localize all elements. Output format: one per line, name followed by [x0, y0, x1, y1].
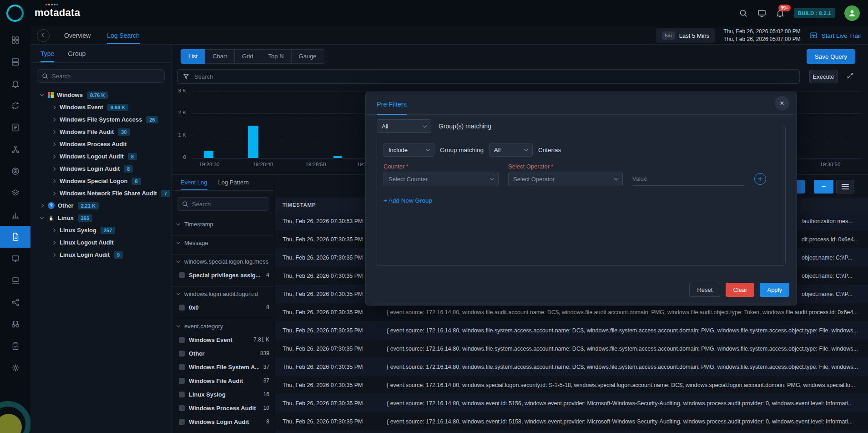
sidebar-search-input[interactable] — [52, 73, 160, 80]
rail-item-log-explorer[interactable] — [0, 226, 30, 248]
chevron-right-icon[interactable] — [52, 253, 56, 256]
rail-item-dashboard[interactable] — [0, 29, 30, 51]
table-row[interactable]: Thu, Feb 26, 2026 07:30:35 PM{ event.sou… — [275, 303, 868, 321]
tree-item-linux-login-audit[interactable]: Linux Login Audit 9 — [30, 249, 171, 261]
checkbox[interactable] — [179, 378, 185, 384]
rail-item-sync[interactable] — [0, 95, 30, 117]
table-row[interactable]: Thu, Feb 26, 2026 07:30:35 PM{ event.sou… — [275, 376, 868, 394]
tree-item-windows[interactable]: Windows 8.76 K — [30, 89, 171, 101]
user-avatar[interactable] — [844, 5, 860, 21]
view-tab-list[interactable]: List — [181, 49, 205, 64]
table-row[interactable]: Thu, Feb 26, 2026 07:30:35 PM{ event.sou… — [275, 413, 868, 431]
checkbox[interactable] — [179, 337, 185, 343]
facet-section-header[interactable]: Message — [177, 236, 269, 250]
rail-item-discovery[interactable] — [0, 313, 30, 335]
checkbox[interactable] — [179, 419, 185, 425]
facet-value-item[interactable]: Linux Syslog16 — [177, 387, 269, 401]
checkbox[interactable] — [179, 364, 185, 370]
rail-item-reports[interactable] — [0, 335, 30, 357]
chevron-right-icon[interactable] — [52, 240, 56, 244]
tree-item-windows-network-file-share-audit[interactable]: Windows Network File Share Audit 7 — [30, 187, 171, 199]
rail-item-target[interactable] — [0, 160, 30, 182]
select-counter-dropdown[interactable]: Select Counter — [384, 172, 499, 186]
view-tab-gauge[interactable]: Gauge — [291, 49, 324, 64]
facet-section-header[interactable]: event.category — [177, 319, 269, 333]
chevron-right-icon[interactable] — [52, 154, 56, 158]
rail-item-topology[interactable] — [0, 138, 30, 160]
facet-value-item[interactable]: Special privileges assig... 4 — [177, 268, 269, 282]
collapse-all-button[interactable] — [814, 180, 833, 194]
tree-item-other[interactable]: Other 2.21 K — [30, 199, 171, 212]
clear-button[interactable]: Clear — [726, 283, 754, 297]
tab-group[interactable]: Group — [68, 45, 86, 62]
save-query-button[interactable]: Save Query — [807, 49, 855, 64]
checkbox[interactable] — [179, 305, 185, 311]
checkbox[interactable] — [179, 272, 185, 278]
chevron-down-icon[interactable] — [40, 92, 44, 96]
facet-value-item[interactable]: 0x0 8 — [177, 301, 269, 314]
chevron-right-icon[interactable] — [52, 228, 56, 232]
sidebar-search[interactable] — [37, 69, 165, 83]
tab-log-pattern[interactable]: Log Pattern — [218, 174, 249, 190]
tree-item-windows-file-system-access[interactable]: Windows File System Access 26 — [30, 113, 171, 126]
column-menu-button[interactable] — [836, 180, 854, 194]
tab-event-log[interactable]: Event Log — [181, 174, 207, 190]
chevron-right-icon[interactable] — [52, 130, 56, 133]
table-row[interactable]: Thu, Feb 26, 2026 07:30:35 PM{ event.sou… — [275, 431, 868, 433]
tab-overview[interactable]: Overview — [64, 26, 91, 44]
chevron-right-icon[interactable] — [52, 191, 56, 195]
tree-item-windows-login-audit[interactable]: Windows Login Audit 8 — [30, 163, 171, 175]
chevron-right-icon[interactable] — [52, 117, 56, 121]
facet-section-header[interactable]: windows.special.logon.log.mess... — [177, 255, 269, 268]
criteria-matching-select[interactable]: All — [489, 143, 533, 157]
histogram-bar[interactable] — [204, 151, 213, 158]
histogram-bar[interactable] — [248, 126, 258, 158]
checkbox[interactable] — [179, 405, 185, 411]
tree-item-windows-event[interactable]: Windows Event 8.68 K — [30, 101, 171, 113]
chevron-down-icon[interactable] — [40, 215, 44, 219]
tab-log-search[interactable]: Log Search — [107, 26, 140, 44]
rail-item-logs[interactable] — [0, 117, 30, 138]
tree-item-windows-file-audit[interactable]: Windows File Audit 30 — [30, 126, 171, 138]
display-icon[interactable] — [757, 9, 767, 18]
checkbox[interactable] — [179, 392, 185, 397]
notifications-bell-icon[interactable]: 99+ — [776, 9, 785, 18]
facet-value-item[interactable]: Windows Event7.81 K — [177, 333, 269, 346]
chevron-right-icon[interactable] — [52, 179, 56, 183]
back-button[interactable] — [37, 29, 50, 42]
time-range-picker[interactable]: 5m Last 5 Mins — [656, 28, 716, 43]
rail-item-alerts[interactable] — [0, 73, 30, 95]
facet-search-input[interactable] — [192, 201, 272, 208]
histogram-bar[interactable] — [333, 156, 342, 158]
fullscreen-expand-icon[interactable] — [846, 71, 854, 80]
rail-item-packages[interactable] — [0, 182, 30, 204]
groups-matching-select[interactable]: All — [377, 119, 431, 133]
view-tab-topn[interactable]: Top N — [261, 49, 292, 64]
partially-hidden-button[interactable] — [796, 180, 805, 194]
tab-type[interactable]: Type — [40, 45, 54, 62]
tree-item-windows-special-logon[interactable]: Windows Special Logon 8 — [30, 175, 171, 187]
reset-button[interactable]: Reset — [689, 283, 720, 297]
execute-button[interactable]: Execute — [809, 70, 838, 83]
checkbox[interactable] — [179, 351, 185, 357]
facet-value-item[interactable]: Windows File Audit37 — [177, 374, 269, 387]
rail-item-devices[interactable] — [0, 248, 30, 270]
query-search-input[interactable] — [194, 73, 795, 80]
tree-item-windows-process-audit[interactable]: Windows Process Audit — [30, 138, 171, 150]
table-row[interactable]: Thu, Feb 26, 2026 07:30:35 PM{ event.sou… — [275, 358, 868, 376]
add-new-group-link[interactable]: + Add New Group — [384, 197, 432, 204]
chevron-right-icon[interactable] — [52, 105, 56, 109]
search-icon[interactable] — [739, 9, 748, 18]
filter-funnel-icon[interactable] — [182, 73, 190, 80]
rail-item-servers[interactable] — [0, 51, 30, 73]
column-header-timestamp[interactable]: TIMESTAMP — [283, 202, 316, 208]
add-criteria-plus-icon[interactable] — [754, 173, 766, 185]
chevron-right-icon[interactable] — [40, 204, 44, 207]
tree-item-windows-logout-audit[interactable]: Windows Logout Audit 8 — [30, 150, 171, 163]
table-row[interactable]: Thu, Feb 26, 2026 07:30:35 PM{ event.sou… — [275, 321, 868, 340]
facet-section-header[interactable]: Timestamp — [177, 217, 269, 231]
facet-value-item[interactable]: Windows Process Audit10 — [177, 401, 269, 415]
table-row[interactable]: Thu, Feb 26, 2026 07:30:35 PM{ event.sou… — [275, 340, 868, 358]
tree-item-linux-syslog[interactable]: Linux Syslog 257 — [30, 224, 171, 236]
start-live-trail-button[interactable]: Start Live Trail — [809, 31, 861, 40]
